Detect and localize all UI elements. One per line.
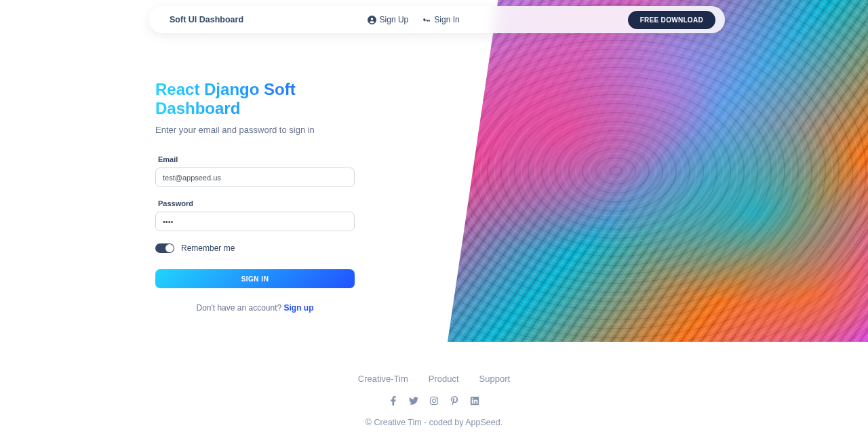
page-title: React Django Soft Dashboard [155,80,355,118]
remember-row: Remember me [155,243,355,253]
email-input[interactable] [155,167,355,187]
remember-label: Remember me [181,243,235,253]
nav-signin-label: Sign In [434,15,459,24]
password-label: Password [158,199,355,208]
nav-links: Sign Up Sign In [368,15,460,24]
social-icons [0,396,868,406]
hero-image [448,0,868,342]
topbar: Soft UI Dashboard Sign Up Sign In FREE D… [149,6,725,33]
twitter-icon[interactable] [409,396,418,406]
user-circle-icon [368,16,376,24]
password-input[interactable] [155,212,355,231]
remember-toggle[interactable] [155,243,174,253]
footer-links: Creative-Tim Product Support [0,374,868,384]
linkedin-icon[interactable] [470,396,479,406]
footer: Creative-Tim Product Support © Creative … [0,374,868,434]
footer-link-product[interactable]: Product [429,374,459,384]
footer-link-support[interactable]: Support [479,374,511,384]
signin-form: React Django Soft Dashboard Enter your e… [155,80,355,313]
signin-button[interactable]: SIGN IN [155,269,355,288]
facebook-icon[interactable] [389,396,398,406]
free-download-button[interactable]: FREE DOWNLOAD [628,11,715,29]
pinterest-icon[interactable] [450,396,459,406]
page-subtitle: Enter your email and password to sign in [155,125,355,135]
key-icon [422,16,431,24]
nav-signup[interactable]: Sign Up [368,15,409,24]
copyright: © Creative Tim - coded by AppSeed. [0,418,868,427]
signup-prompt-text: Don't have an account? [196,303,283,313]
signup-link[interactable]: Sign up [284,303,314,313]
footer-link-creativetim[interactable]: Creative-Tim [358,374,408,384]
nav-signup-label: Sign Up [380,15,409,24]
nav-signin[interactable]: Sign In [422,15,459,24]
email-label: Email [158,155,355,163]
signup-prompt: Don't have an account? Sign up [155,303,355,313]
instagram-icon[interactable] [429,396,439,406]
brand[interactable]: Soft UI Dashboard [170,15,243,24]
